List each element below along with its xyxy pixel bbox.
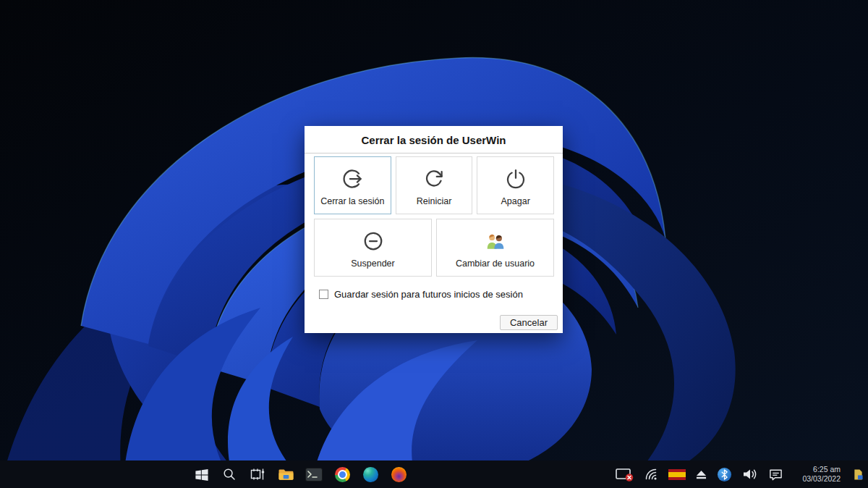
- chrome-icon: [335, 467, 350, 482]
- file-explorer-button[interactable]: [277, 466, 294, 483]
- folder-icon: [278, 468, 294, 481]
- start-button[interactable]: [192, 466, 210, 483]
- save-session-label: Guardar sesión para futuros inicios de s…: [334, 289, 523, 300]
- logout-icon: [315, 157, 391, 196]
- eject-button[interactable]: [695, 469, 707, 480]
- search-icon: [222, 467, 237, 481]
- suspend-button[interactable]: Suspender: [314, 219, 432, 277]
- shutdown-button-label: Apagar: [477, 196, 553, 214]
- restart-button-label: Reiniciar: [396, 196, 472, 214]
- network-signal-icon: [644, 467, 659, 481]
- terminal-button[interactable]: [305, 466, 323, 483]
- clock-time: 6:25 am: [796, 465, 841, 474]
- restart-icon: [396, 157, 472, 196]
- firefox-button[interactable]: [390, 466, 407, 483]
- dialog-actions-row-1: Cerrar la sesión Reiniciar Apagar: [314, 156, 554, 214]
- task-view-button[interactable]: [249, 466, 266, 483]
- windows-logo-icon: [194, 467, 209, 482]
- bluetooth-icon: [717, 467, 732, 482]
- notifications-button[interactable]: [768, 468, 783, 481]
- power-icon: [477, 157, 553, 196]
- volume-icon: [741, 467, 759, 481]
- save-session-checkbox[interactable]: [319, 290, 328, 299]
- cancel-button[interactable]: Cancelar: [500, 315, 558, 330]
- network-signal-button[interactable]: [644, 467, 659, 481]
- logout-button-label: Cerrar la sesión: [315, 196, 391, 214]
- suspend-icon: [315, 219, 431, 258]
- display-disconnected-icon: [615, 466, 634, 482]
- restart-button[interactable]: Reiniciar: [396, 156, 473, 214]
- eject-icon: [695, 469, 707, 480]
- clock-date: 03/03/2022: [796, 474, 841, 484]
- notifications-icon: [768, 468, 783, 481]
- switch-user-icon: [437, 219, 553, 258]
- search-button[interactable]: [221, 466, 238, 483]
- logout-button[interactable]: Cerrar la sesión: [314, 156, 391, 214]
- chrome-button[interactable]: [333, 466, 351, 483]
- firefox-icon: [391, 467, 407, 482]
- taskbar-clock[interactable]: 6:25 am 03/03/2022: [796, 465, 841, 484]
- switch-user-button-label: Cambiar de usuario: [437, 258, 553, 276]
- shutdown-button[interactable]: Apagar: [477, 156, 554, 214]
- task-view-icon: [250, 466, 265, 482]
- taskbar-app-icons: [192, 460, 407, 488]
- taskbar: 6:25 am 03/03/2022: [0, 460, 868, 488]
- switch-user-button[interactable]: Cambiar de usuario: [436, 219, 554, 277]
- system-tray: 6:25 am 03/03/2022: [615, 460, 864, 488]
- dialog-actions-row-2: Suspender Cambiar de usuario: [314, 219, 554, 277]
- keyboard-layout-button[interactable]: [668, 469, 686, 480]
- edge-icon: [363, 467, 378, 482]
- bluetooth-button[interactable]: [717, 467, 732, 482]
- dialog-title: Cerrar la sesión de UserWin: [305, 126, 563, 146]
- save-session-row: Guardar sesión para futuros inicios de s…: [319, 289, 563, 300]
- edge-button[interactable]: [362, 466, 379, 483]
- logout-dialog: Cerrar la sesión de UserWin Cerrar la se…: [305, 126, 563, 333]
- title-separator: [305, 153, 563, 153]
- suspend-button-label: Suspender: [315, 258, 431, 276]
- spain-flag-icon: [668, 469, 686, 480]
- terminal-icon: [305, 468, 323, 481]
- volume-button[interactable]: [741, 467, 759, 481]
- display-disconnected-button[interactable]: [615, 466, 634, 482]
- corner-widget-icon: [853, 468, 864, 481]
- corner-widget-button[interactable]: [853, 468, 864, 481]
